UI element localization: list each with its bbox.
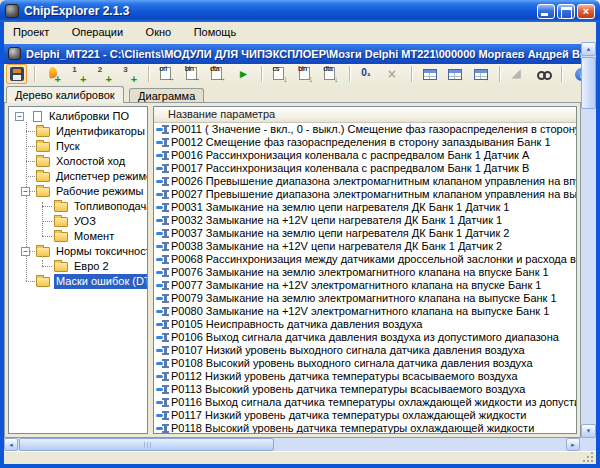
tree-item-euro2[interactable]: Евро 2 bbox=[9, 259, 147, 274]
folder-icon bbox=[36, 277, 50, 287]
horizontal-scrollbar[interactable]: ◄ ► bbox=[4, 438, 596, 451]
export-dta-button[interactable]: dta→ bbox=[207, 64, 228, 84]
binary-view-button[interactable]: 0₁ bbox=[357, 64, 378, 84]
resize-grip[interactable] bbox=[583, 452, 594, 463]
maximize-button[interactable] bbox=[557, 4, 575, 19]
import-bin-button[interactable]: bin↓ bbox=[295, 64, 316, 84]
parameter-icon bbox=[156, 385, 169, 394]
table-export-1-button[interactable]: → bbox=[445, 64, 466, 84]
export-ori-button[interactable]: ori→ bbox=[156, 64, 177, 84]
minimize-button[interactable] bbox=[537, 4, 555, 19]
list-item[interactable]: P0116 Выход сигнала датчика температуры … bbox=[154, 396, 576, 409]
arrow-right-icon: → bbox=[166, 74, 175, 83]
tree-item-root[interactable]: − Калибровки ПО bbox=[9, 109, 147, 124]
folder-icon bbox=[36, 142, 50, 152]
horizontal-scrollbar-thumb[interactable] bbox=[19, 438, 274, 451]
title-bar[interactable]: ChipExplorer 2.1.3 × bbox=[0, 0, 600, 22]
parameter-label: P0031 Замыкание на землю цепи нагревател… bbox=[171, 201, 509, 213]
window-border-left bbox=[0, 22, 4, 468]
table-export-2-button[interactable]: → bbox=[471, 64, 492, 84]
parameter-icon bbox=[156, 190, 169, 199]
list-item[interactable]: P0105 Неисправность датчика давления воз… bbox=[154, 318, 576, 331]
button-label: dta bbox=[323, 65, 332, 72]
scroll-up-icon[interactable]: ▲ bbox=[581, 42, 596, 56]
document-title-bar[interactable]: Delphi_MT221 - C:\Clients\МОДУЛИ ДЛЯ ЧИП… bbox=[4, 44, 581, 64]
toolbar-separator bbox=[496, 64, 503, 84]
menu-window[interactable]: Окно bbox=[137, 22, 181, 42]
tree-item-torque[interactable]: Момент bbox=[9, 229, 147, 244]
delete-button[interactable]: × bbox=[383, 64, 404, 84]
arrow-down-icon: ↓ bbox=[283, 75, 288, 84]
list-item[interactable]: P0032 Замыкание на +12V цепи нагревателя… bbox=[154, 214, 576, 227]
document-title: Delphi_MT221 - C:\Clients\МОДУЛИ ДЛЯ ЧИП… bbox=[26, 44, 581, 64]
new-calibration-button[interactable]: + bbox=[43, 64, 64, 84]
tree-item-identifiers[interactable]: Идентификаторы bbox=[9, 124, 147, 139]
save-button[interactable] bbox=[6, 64, 27, 84]
tree-item-fuel-supply[interactable]: Топливоподача bbox=[9, 199, 147, 214]
collapse-icon[interactable]: − bbox=[15, 112, 24, 121]
list-item[interactable]: P0027 Превышение диапазона электромагнит… bbox=[154, 188, 576, 201]
vertical-scrollbar[interactable]: ▲ ▼ bbox=[581, 42, 596, 438]
scroll-left-icon[interactable]: ◄ bbox=[4, 438, 18, 451]
vertical-scrollbar-thumb[interactable] bbox=[581, 57, 596, 109]
list-item[interactable]: P0077 Замыкание на +12V электромагнитног… bbox=[154, 279, 576, 292]
tree-item-label: Диспетчер режимов bbox=[54, 169, 148, 184]
parameter-label: P0016 Рассинхронизация коленвала с распр… bbox=[171, 149, 529, 161]
list-item[interactable]: P0068 Рассинхронизация между датчиками д… bbox=[154, 253, 576, 266]
app-window: ChipExplorer 2.1.3 × Проект Операции Окн… bbox=[0, 0, 600, 468]
collapse-icon[interactable]: − bbox=[21, 187, 30, 196]
list-item[interactable]: P0118 Высокий уровень датчика температур… bbox=[154, 422, 576, 433]
menu-project[interactable]: Проект bbox=[4, 22, 58, 42]
add-map-2-button[interactable]: 2+ bbox=[94, 64, 115, 84]
tree-item-dtc-masks[interactable]: Маски ошибок (DTC) bbox=[9, 274, 147, 289]
table-icon bbox=[423, 69, 437, 80]
tree-item-working-modes[interactable]: − Рабочие режимы bbox=[9, 184, 147, 199]
tree-item-start[interactable]: Пуск bbox=[9, 139, 147, 154]
slope-button[interactable]: ◢ bbox=[507, 64, 528, 84]
run-export-button[interactable]: ► bbox=[233, 64, 254, 84]
binoculars-icon bbox=[537, 71, 552, 79]
import-dta-button[interactable]: dta↓ bbox=[320, 64, 341, 84]
cross-icon: × bbox=[388, 66, 396, 82]
list-item[interactable]: P0106 Выход сигнала датчика давления воз… bbox=[154, 331, 576, 344]
tab-calibration-tree[interactable]: Дерево калибровок bbox=[6, 86, 124, 103]
arrow-down-icon: ↓ bbox=[334, 75, 339, 84]
tab-diagram[interactable]: Диаграмма bbox=[129, 88, 204, 103]
list-item[interactable]: P0076 Замыкание на землю электромагнитно… bbox=[154, 266, 576, 279]
list-item[interactable]: P0080 Замыкание на +12V электромагнитног… bbox=[154, 305, 576, 318]
search-button[interactable] bbox=[533, 64, 554, 84]
add-map-3-button[interactable]: 3+ bbox=[119, 64, 140, 84]
list-item[interactable]: P0112 Низкий уровень датчика температуры… bbox=[154, 370, 576, 383]
list-item[interactable]: P0031 Замыкание на землю цепи нагревател… bbox=[154, 201, 576, 214]
folder-icon bbox=[54, 262, 68, 272]
list-item[interactable]: P0113 Высокий уровень датчика температур… bbox=[154, 383, 576, 396]
column-header[interactable]: Название параметра bbox=[154, 107, 576, 123]
scroll-right-icon[interactable]: ► bbox=[566, 438, 580, 451]
collapse-icon[interactable]: − bbox=[21, 247, 30, 256]
list-item[interactable]: P0037 Замыкание на землю цепи нагревател… bbox=[154, 227, 576, 240]
menu-help[interactable]: Помощь bbox=[185, 22, 246, 42]
export-bin-button[interactable]: bin→ bbox=[182, 64, 203, 84]
list-item[interactable]: P0038 Замыкание на +12V цепи нагревателя… bbox=[154, 240, 576, 253]
scroll-down-icon[interactable]: ▼ bbox=[581, 424, 596, 438]
parameter-icon bbox=[156, 216, 169, 225]
tree-item-mode-dispatcher[interactable]: Диспетчер режимов bbox=[9, 169, 147, 184]
tree-item-emission-norms[interactable]: − Нормы токсичности bbox=[9, 244, 147, 259]
import-cs-button[interactable]: cs↓ bbox=[269, 64, 290, 84]
tree-item-label: Пуск bbox=[54, 139, 82, 154]
list-item[interactable]: P0079 Замыкание на землю электромагнитно… bbox=[154, 292, 576, 305]
list-item[interactable]: P0012 Смещение фаз газораспределения в с… bbox=[154, 136, 576, 149]
list-item[interactable]: P0108 Высокий уровень выходного сигнала … bbox=[154, 357, 576, 370]
add-map-1-button[interactable]: 1+ bbox=[68, 64, 89, 84]
close-button[interactable]: × bbox=[577, 4, 595, 19]
list-item[interactable]: P0011 ( Значение - вкл., 0 - выкл.) Смещ… bbox=[154, 123, 576, 136]
list-item[interactable]: P0016 Рассинхронизация коленвала с распр… bbox=[154, 149, 576, 162]
list-item[interactable]: P0117 Низкий уровень датчика температуры… bbox=[154, 409, 576, 422]
list-item[interactable]: P0017 Рассинхронизация коленвала с распр… bbox=[154, 162, 576, 175]
tree-item-idle[interactable]: Холостой ход bbox=[9, 154, 147, 169]
tree-item-uoz[interactable]: УОЗ bbox=[9, 214, 147, 229]
table-button[interactable] bbox=[420, 64, 441, 84]
list-item[interactable]: P0026 Превышение диапазона электромагнит… bbox=[154, 175, 576, 188]
menu-operations[interactable]: Операции bbox=[63, 22, 132, 42]
list-item[interactable]: P0107 Низкий уровень выходного сигнала д… bbox=[154, 344, 576, 357]
